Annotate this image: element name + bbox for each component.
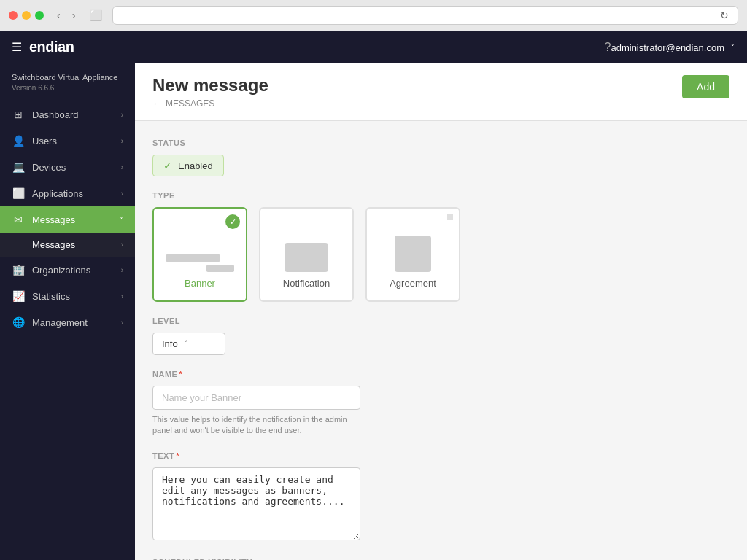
sidebar-item-management[interactable]: 🌐 Management › bbox=[0, 309, 135, 335]
chevron-right-icon: › bbox=[121, 190, 123, 198]
sidebar-toggle-button[interactable]: ⬜ bbox=[85, 8, 107, 23]
minimize-dot[interactable] bbox=[22, 11, 31, 20]
users-icon: 👤 bbox=[12, 135, 25, 147]
chevron-right-icon: › bbox=[121, 319, 123, 327]
sidebar-item-statistics[interactable]: 📈 Statistics › bbox=[0, 283, 135, 309]
sidebar-item-label: Messages bbox=[32, 214, 75, 225]
level-section: LEVEL Info ˅ bbox=[152, 316, 729, 355]
sidebar-item-applications[interactable]: ⬜ Applications › bbox=[0, 180, 135, 206]
sidebar-header: Switchboard Virtual Appliance Version 6.… bbox=[0, 63, 135, 101]
status-label: STATUS bbox=[152, 139, 729, 147]
user-menu-chevron: ˅ bbox=[730, 42, 735, 53]
back-button[interactable]: ‹ bbox=[53, 8, 65, 23]
chevron-right-icon: › bbox=[121, 137, 123, 145]
chevron-right-icon: › bbox=[121, 163, 123, 171]
browser-nav: ‹ › bbox=[53, 8, 80, 23]
banner-card-label: Banner bbox=[185, 278, 215, 289]
sidebar-item-label: Users bbox=[32, 136, 57, 147]
name-hint: This value helps to identify the notific… bbox=[152, 414, 360, 437]
app-topbar: ☰ endian bbox=[0, 31, 135, 63]
applications-icon: ⬜ bbox=[12, 187, 25, 199]
enabled-label: Enabled bbox=[178, 160, 213, 171]
status-section: STATUS ✓ Enabled bbox=[152, 139, 729, 176]
main-content: STATUS ✓ Enabled TYPE ✓ bbox=[135, 121, 747, 560]
hamburger-icon[interactable]: ☰ bbox=[12, 40, 22, 54]
text-textarea[interactable]: Here you can easily create and edit any … bbox=[152, 467, 360, 540]
add-button[interactable]: Add bbox=[682, 75, 729, 98]
messages-submenu: Messages › bbox=[0, 233, 135, 257]
sidebar-item-label: Dashboard bbox=[32, 109, 79, 120]
page-title: New message bbox=[152, 75, 268, 96]
app-container: ☰ endian Switchboard Virtual Appliance V… bbox=[0, 31, 747, 560]
banner-preview bbox=[166, 254, 234, 272]
type-card-notification[interactable]: Notification bbox=[259, 207, 354, 302]
sidebar-item-label: Organizations bbox=[32, 265, 90, 276]
url-bar[interactable]: ↻ bbox=[112, 6, 738, 25]
type-card-banner[interactable]: ✓ Banner bbox=[152, 207, 247, 302]
agreement-preview bbox=[395, 236, 431, 272]
selected-check-icon: ✓ bbox=[225, 214, 240, 229]
browser-chrome: ‹ › ⬜ ↻ bbox=[0, 0, 747, 31]
text-label: TEXT* bbox=[152, 451, 729, 460]
name-required: * bbox=[179, 370, 182, 378]
sidebar-navigation: ⊞ Dashboard › 👤 Users › 💻 Devices › bbox=[0, 101, 135, 560]
sidebar-item-devices[interactable]: 💻 Devices › bbox=[0, 154, 135, 180]
page-header: New message ← MESSAGES Add bbox=[135, 63, 747, 121]
notification-card-label: Notification bbox=[283, 278, 330, 289]
sidebar-item-messages[interactable]: ✉ Messages ˅ bbox=[0, 206, 135, 233]
name-input[interactable] bbox=[152, 386, 360, 410]
user-email: administrator@endian.com bbox=[611, 42, 724, 53]
notification-preview bbox=[285, 243, 328, 272]
app-version: Version 6.6.6 bbox=[12, 84, 123, 92]
dashboard-icon: ⊞ bbox=[12, 109, 25, 120]
sidebar-item-label: Applications bbox=[32, 188, 83, 199]
user-menu[interactable]: administrator@endian.com ˅ bbox=[611, 42, 735, 53]
breadcrumb-arrow-icon: ← bbox=[152, 98, 161, 109]
level-value: Info bbox=[162, 338, 178, 349]
browser-dots bbox=[9, 11, 44, 20]
content-body: STATUS ✓ Enabled TYPE ✓ bbox=[135, 121, 747, 560]
type-card-agreement[interactable]: Agreement bbox=[365, 207, 460, 302]
type-section: TYPE ✓ Banner bbox=[152, 191, 729, 302]
sidebar-item-label: Management bbox=[32, 317, 88, 328]
sidebar-item-organizations[interactable]: 🏢 Organizations › bbox=[0, 257, 135, 283]
text-section: TEXT* Here you can easily create and edi… bbox=[152, 451, 729, 543]
chevron-right-icon: › bbox=[121, 241, 123, 249]
enabled-button[interactable]: ✓ Enabled bbox=[152, 155, 224, 176]
chevron-right-icon: › bbox=[121, 292, 123, 300]
main-area: ? administrator@endian.com ˅ New message… bbox=[135, 31, 747, 560]
breadcrumb-label: MESSAGES bbox=[166, 98, 214, 109]
sidebar-subitem-messages[interactable]: Messages › bbox=[0, 233, 135, 257]
agreement-card-label: Agreement bbox=[390, 278, 436, 289]
banner-bar-short bbox=[206, 265, 234, 272]
chevron-right-icon: › bbox=[121, 111, 123, 119]
chevron-right-icon: › bbox=[121, 266, 123, 274]
close-dot[interactable] bbox=[9, 11, 18, 20]
level-label: LEVEL bbox=[152, 316, 729, 325]
text-required: * bbox=[176, 451, 179, 460]
name-label: NAME* bbox=[152, 370, 729, 378]
level-dropdown[interactable]: Info ˅ bbox=[152, 332, 225, 355]
help-icon[interactable]: ? bbox=[605, 41, 611, 54]
name-section: NAME* This value helps to identify the n… bbox=[152, 370, 729, 437]
app-title: Switchboard Virtual Appliance bbox=[12, 72, 123, 82]
messages-icon: ✉ bbox=[12, 214, 25, 225]
statistics-icon: 📈 bbox=[12, 290, 25, 302]
agreement-dot bbox=[447, 214, 453, 220]
forward-button[interactable]: › bbox=[68, 8, 80, 23]
management-icon: 🌐 bbox=[12, 316, 25, 328]
type-label: TYPE bbox=[152, 191, 729, 200]
sidebar-item-users[interactable]: 👤 Users › bbox=[0, 128, 135, 154]
subitem-label: Messages bbox=[32, 239, 75, 250]
type-cards: ✓ Banner Notification bbox=[152, 207, 729, 302]
refresh-button[interactable]: ↻ bbox=[720, 9, 729, 21]
sidebar-item-dashboard[interactable]: ⊞ Dashboard › bbox=[0, 101, 135, 128]
organizations-icon: 🏢 bbox=[12, 264, 25, 276]
top-bar: ? administrator@endian.com ˅ bbox=[135, 31, 747, 63]
check-icon: ✓ bbox=[163, 160, 172, 171]
sidebar: ☰ endian Switchboard Virtual Appliance V… bbox=[0, 31, 135, 560]
chevron-down-icon: ˅ bbox=[184, 339, 188, 349]
chevron-down-icon: ˅ bbox=[120, 216, 123, 224]
page-title-section: New message ← MESSAGES bbox=[152, 75, 268, 109]
maximize-dot[interactable] bbox=[35, 11, 44, 20]
